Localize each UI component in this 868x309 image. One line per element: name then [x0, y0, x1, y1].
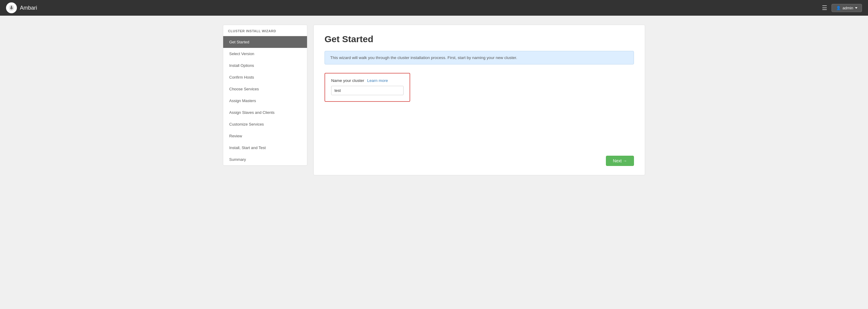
content-panel: Get Started This wizard will walk you th… [313, 25, 645, 175]
sidebar-item-review[interactable]: Review [223, 130, 307, 142]
app-logo [6, 2, 17, 13]
sidebar: Cluster Install Wizard Get Started Selec… [223, 25, 307, 166]
grid-icon[interactable]: ☰ [822, 4, 827, 11]
main-wrapper: Cluster Install Wizard Get Started Selec… [217, 16, 651, 184]
topnav-right: ☰ 👤 admin [822, 4, 862, 12]
topnav-left: Ambari [6, 2, 37, 13]
sidebar-item-choose-services[interactable]: Choose Services [223, 83, 307, 95]
sidebar-item-assign-masters[interactable]: Assign Masters [223, 95, 307, 107]
next-button[interactable]: Next → [606, 156, 634, 166]
info-banner: This wizard will walk you through the cl… [324, 51, 634, 64]
sidebar-item-confirm-hosts[interactable]: Confirm Hosts [223, 71, 307, 83]
sidebar-item-summary[interactable]: Summary [223, 153, 307, 165]
learn-more-link[interactable]: Learn more [367, 78, 388, 83]
cluster-name-label: Name your cluster Learn more [331, 78, 404, 83]
page-title: Get Started [324, 34, 634, 44]
admin-label: admin [843, 6, 853, 10]
sidebar-item-get-started[interactable]: Get Started [223, 36, 307, 48]
cluster-name-input[interactable] [331, 86, 404, 95]
admin-user-icon: 👤 [836, 6, 841, 10]
admin-dropdown[interactable]: 👤 admin [832, 4, 862, 12]
sidebar-item-install-options[interactable]: Install Options [223, 60, 307, 71]
sidebar-item-customize-services[interactable]: Customize Services [223, 118, 307, 130]
admin-caret-icon [855, 7, 858, 9]
sidebar-item-assign-slaves[interactable]: Assign Slaves and Clients [223, 107, 307, 118]
app-name: Ambari [20, 5, 37, 11]
sidebar-header: Cluster Install Wizard [223, 25, 307, 36]
cluster-name-section: Name your cluster Learn more [324, 73, 410, 102]
sidebar-item-install-start-test[interactable]: Install, Start and Test [223, 142, 307, 153]
top-nav: Ambari ☰ 👤 admin [0, 0, 868, 16]
svg-point-1 [11, 7, 12, 8]
sidebar-item-select-version[interactable]: Select Version [223, 48, 307, 60]
